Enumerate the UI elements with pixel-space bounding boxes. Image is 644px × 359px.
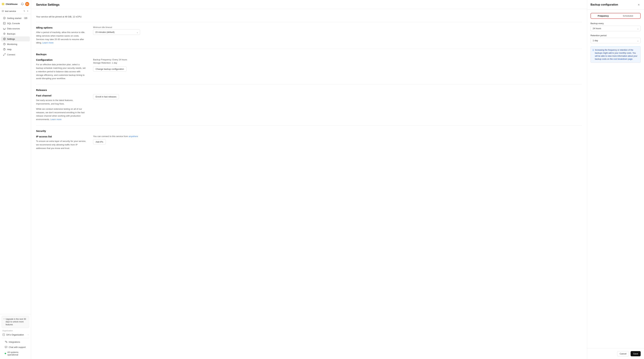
backups-section: Backups Configuration For an effective d… bbox=[36, 49, 582, 84]
tab-frequency[interactable]: Frequency bbox=[591, 13, 616, 18]
nav-label: Connect bbox=[7, 53, 15, 56]
retention-select[interactable]: 1 day 2 days 7 days 14 days 30 days bbox=[590, 38, 641, 43]
upgrade-icon bbox=[4, 318, 5, 320]
backup-panel-footer: Cancel Save bbox=[587, 348, 644, 359]
tab-scheduled[interactable]: Scheduled bbox=[616, 13, 640, 18]
service-pinned-section: Your service will be pinned at 48 GiB, 1… bbox=[36, 9, 582, 22]
nav-label: Data sources bbox=[7, 27, 20, 30]
backup-every-select[interactable]: 1 hour 6 hours 12 hours 24 hours 48 hour… bbox=[590, 26, 641, 31]
sidebar-item-backups[interactable]: Backups bbox=[1, 31, 30, 36]
backups-heading: Backups bbox=[36, 53, 582, 56]
backups-row: Configuration For an effective data prot… bbox=[36, 58, 582, 80]
svg-point-6 bbox=[3, 17, 5, 19]
security-heading: Security bbox=[36, 130, 582, 132]
security-right: You can connect to this service from any… bbox=[93, 135, 582, 144]
sidebar-header: ClickHouse DA bbox=[0, 0, 31, 8]
backup-every-select-wrapper: 1 hour 6 hours 12 hours 24 hours 48 hour… bbox=[590, 26, 641, 31]
nav-label: Integrations bbox=[9, 341, 20, 343]
status-text: All systems operational bbox=[8, 351, 26, 356]
backup-panel-body: Frequency Scheduled Backup every 1 hour … bbox=[587, 10, 644, 348]
change-backup-config-button[interactable]: Change backup configuration bbox=[93, 66, 126, 72]
ip-notice: You can connect to this service from any… bbox=[93, 135, 582, 138]
settings-icon bbox=[3, 38, 6, 40]
sidebar-bottom: Upgrade in the next 30 days to unlock mo… bbox=[0, 314, 31, 359]
svg-rect-3 bbox=[3, 3, 4, 5]
add-service-button[interactable]: + bbox=[26, 10, 29, 12]
releases-heading: Releases bbox=[36, 88, 582, 92]
sidebar-item-getting-started[interactable]: Getting started 1/5 bbox=[1, 16, 30, 21]
page-area: Service Settings Your service will be pi… bbox=[31, 0, 587, 359]
fast-channel-heading: Fast channel bbox=[36, 94, 86, 97]
sidebar-item-connect[interactable]: Connect bbox=[1, 52, 30, 57]
idling-learn-more-link[interactable]: Learn more bbox=[42, 42, 54, 44]
ip-access-desc: To ensure an extra layer of security for… bbox=[36, 140, 86, 150]
backup-freq-line: Backup Frequency: Every 24 hours bbox=[93, 58, 582, 61]
backups-right: Backup Frequency: Every 24 hours Storage… bbox=[93, 58, 582, 72]
enroll-fast-releases-button[interactable]: Enroll in fast releases bbox=[93, 94, 119, 99]
service-name: test service bbox=[5, 10, 22, 12]
backup-callout-text: Increasing the frequency or retention of… bbox=[595, 48, 638, 60]
backup-freq-info: Backup Frequency: Every 24 hours Storage… bbox=[93, 58, 582, 64]
getting-started-icon bbox=[3, 17, 6, 20]
backup-tab-switcher: Frequency Scheduled bbox=[590, 13, 641, 19]
main-content: Service Settings Your service will be pi… bbox=[31, 0, 644, 359]
releases-right: Enroll in fast releases bbox=[93, 94, 582, 99]
content-body: Your service will be pinned at 48 GiB, 1… bbox=[31, 9, 587, 154]
backup-save-button[interactable]: Save bbox=[630, 351, 641, 356]
releases-learn-more-link[interactable]: Learn more bbox=[50, 118, 62, 120]
svg-rect-1 bbox=[2, 3, 3, 5]
page-header: Service Settings bbox=[31, 0, 587, 9]
sidebar-item-monitoring[interactable]: Monitoring bbox=[1, 42, 30, 47]
idle-timeout-label: Minimum idle timeout bbox=[93, 26, 582, 28]
idling-left: Idling options After a period of inactiv… bbox=[36, 26, 86, 44]
sql-console-icon bbox=[3, 22, 6, 25]
add-ips-button[interactable]: Add IPs bbox=[93, 139, 106, 144]
nav-label: SQL Console bbox=[7, 22, 20, 25]
svg-rect-4 bbox=[4, 3, 4, 5]
org-icon bbox=[2, 333, 5, 336]
sidebar-item-sql-console[interactable]: SQL Console bbox=[1, 21, 30, 26]
org-item[interactable]: DA's Organization › bbox=[2, 332, 29, 337]
backup-panel-title: Backup configuration bbox=[590, 3, 618, 6]
service-pinned-notice: Your service will be pinned at 48 GiB, 1… bbox=[36, 13, 582, 18]
idling-desc: After a period of inactivity, allow this… bbox=[36, 31, 86, 44]
backup-panel-close-button[interactable]: ✕ bbox=[636, 3, 641, 7]
sidebar-item-settings[interactable]: Settings bbox=[1, 36, 30, 42]
security-left: IP access list To ensure an extra layer … bbox=[36, 135, 86, 150]
avatar[interactable]: DA bbox=[25, 2, 29, 6]
nav-label: Backups bbox=[7, 32, 16, 35]
backup-panel: Backup configuration ✕ Frequency Schedul… bbox=[587, 0, 644, 359]
idle-timeout-select[interactable]: 15 minutes (default) 30 minutes 1 hour N… bbox=[93, 29, 140, 35]
nav-label: Help bbox=[7, 48, 12, 51]
nav-badge: 1/5 bbox=[24, 17, 28, 19]
backup-cancel-button[interactable]: Cancel bbox=[617, 351, 629, 356]
cost-breakdown-link[interactable]: cost breakdown page bbox=[613, 58, 632, 60]
backups-config-heading: Configuration bbox=[36, 58, 86, 61]
svg-rect-0 bbox=[2, 3, 2, 5]
fast-channel-desc2: While we conduct extensive testing on al… bbox=[36, 107, 86, 121]
service-selector[interactable]: test service ⇅ + bbox=[0, 8, 31, 14]
idling-heading: Idling options bbox=[36, 26, 86, 29]
help-icon bbox=[3, 48, 6, 51]
sidebar-item-help[interactable]: Help bbox=[1, 47, 30, 52]
org-chevron-icon: › bbox=[28, 334, 28, 336]
svg-rect-2 bbox=[3, 3, 3, 5]
releases-section: Releases Fast channel Get early access t… bbox=[36, 84, 582, 126]
service-icon bbox=[2, 10, 4, 12]
sidebar: ClickHouse DA test service ⇅ + Getting s… bbox=[0, 0, 31, 359]
ip-access-heading: IP access list bbox=[36, 135, 86, 138]
ip-anywhere-link[interactable]: anywhere bbox=[129, 135, 138, 138]
backups-left: Configuration For an effective data prot… bbox=[36, 58, 86, 80]
info-icon: ℹ bbox=[593, 49, 594, 60]
chat-icon bbox=[5, 346, 8, 348]
bell-icon[interactable] bbox=[21, 2, 24, 6]
service-chevron-icon: ⇅ bbox=[24, 10, 25, 12]
sidebar-item-data-sources[interactable]: Data sources bbox=[1, 26, 30, 31]
sidebar-item-integrations[interactable]: Integrations bbox=[3, 339, 28, 344]
idling-right: Minimum idle timeout 15 minutes (default… bbox=[93, 26, 582, 35]
org-name: DA's Organization bbox=[6, 334, 24, 336]
backup-retention-line: Storage Retention: 1 day bbox=[93, 62, 582, 64]
sidebar-item-chat-support[interactable]: Chat with support bbox=[3, 344, 28, 350]
nav-bottom-links: Integrations Chat with support All syste… bbox=[2, 338, 29, 357]
retention-select-wrapper: 1 day 2 days 7 days 14 days 30 days bbox=[590, 38, 641, 43]
